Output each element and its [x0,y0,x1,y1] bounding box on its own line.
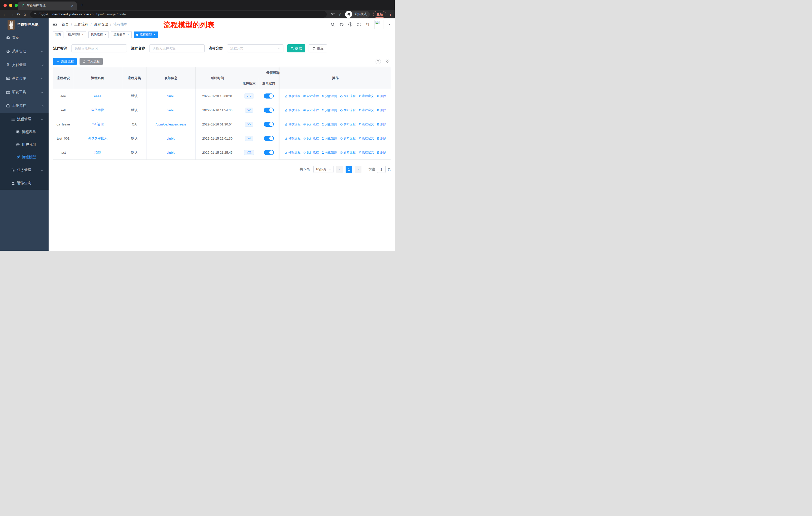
sidebar-item-payment[interactable]: ¥ 支付管理 [0,58,49,72]
process-name-link[interactable]: 测试多审批人 [88,136,108,141]
avatar-caret-icon[interactable] [388,24,390,25]
process-definition-link[interactable]: 流程定义 [358,151,374,155]
active-toggle[interactable] [264,136,274,141]
assign-rule-link[interactable]: 分配规则 [321,136,337,141]
import-process-button[interactable]: 导入流程 [80,58,103,65]
process-name-link[interactable]: 自己审批 [91,108,104,112]
delete-link[interactable]: 删除 [377,108,386,112]
maximize-window-button[interactable] [14,4,18,7]
process-definition-link[interactable]: 流程定义 [358,94,374,98]
font-size-icon[interactable]: TT [366,22,370,27]
back-icon[interactable]: ← [3,12,7,16]
delete-link[interactable]: 删除 [377,122,386,127]
process-name-link[interactable]: OA 请假 [92,122,104,127]
process-definition-link[interactable]: 流程定义 [358,108,374,112]
sidebar-item-task-management[interactable]: 任务管理 [0,164,49,176]
sidebar-fold-icon[interactable] [53,22,57,27]
design-process-link[interactable]: 设计流程 [303,122,319,127]
tag-home[interactable]: 首页 [53,31,63,38]
tag-process-form[interactable]: 流程表单✕ [111,31,132,38]
close-icon[interactable]: ✕ [104,33,107,36]
sidebar-item-process-model[interactable]: 流程模型 [0,151,49,164]
assign-rule-link[interactable]: 分配规则 [321,108,337,112]
close-icon[interactable]: ✕ [127,33,129,36]
assign-rule-link[interactable]: 分配规则 [321,151,337,155]
publish-process-link[interactable]: 发布流程 [340,151,356,155]
design-process-link[interactable]: 设计流程 [303,151,319,155]
tab-close-icon[interactable]: ✕ [71,4,74,8]
process-name-link[interactable]: 滔博 [94,150,101,155]
sidebar-item-process-form[interactable]: 流程表单 [0,126,49,138]
tag-process-model[interactable]: 流程模型✕ [134,31,158,38]
process-category-select[interactable]: 流程分类 [227,44,283,52]
forward-icon[interactable]: → [10,12,14,16]
design-process-link[interactable]: 设计流程 [303,136,319,141]
publish-process-link[interactable]: 发布流程 [340,122,356,127]
sidebar-item-workflow[interactable]: 工作流程 [0,99,49,113]
sidebar-item-infrastructure[interactable]: 基础设施 [0,72,49,85]
show-search-button[interactable] [376,59,381,64]
sidebar-item-system[interactable]: 系统管理 [0,45,49,58]
sidebar-item-leave-query[interactable]: 请假查询 [0,176,49,190]
publish-process-link[interactable]: 发布流程 [340,94,356,98]
process-definition-link[interactable]: 流程定义 [358,122,374,127]
assign-rule-link[interactable]: 分配规则 [321,94,337,98]
new-tab-button[interactable]: + [81,2,83,8]
browser-menu-icon[interactable] [389,12,392,16]
edit-process-link[interactable]: 修改流程 [285,136,300,141]
bookmark-star-icon[interactable]: ☆ [339,12,342,17]
browser-update-button[interactable]: 更新 [373,11,386,18]
form-info-link[interactable]: biubiu [167,137,175,140]
sidebar-item-home[interactable]: 首页 [0,31,49,45]
close-icon[interactable]: ✕ [153,33,155,36]
breadcrumb-home[interactable]: 首页 [62,22,69,27]
avatar[interactable] [375,20,384,29]
github-icon[interactable] [339,22,344,27]
close-icon[interactable]: ✕ [82,33,84,36]
edit-process-link[interactable]: 修改流程 [285,122,300,127]
edit-process-link[interactable]: 修改流程 [285,94,300,98]
key-icon[interactable] [331,11,335,17]
url-bar[interactable]: 不安全 dashboard.yudao.iocoder.cn /bpm/mana… [30,11,327,18]
sidebar-item-process-management[interactable]: 流程管理 [0,113,49,126]
active-toggle[interactable] [264,150,274,155]
delete-link[interactable]: 删除 [377,136,386,141]
search-icon[interactable] [330,22,335,27]
help-icon[interactable] [348,22,353,27]
active-toggle[interactable] [264,108,274,113]
goto-page-input[interactable] [377,166,386,173]
form-info-link[interactable]: biubiu [167,108,175,112]
breadcrumb-process-management[interactable]: 流程管理 [94,22,108,27]
delete-link[interactable]: 删除 [377,151,386,155]
fullscreen-icon[interactable] [357,22,361,27]
process-key-input[interactable] [71,44,127,52]
publish-process-link[interactable]: 发布流程 [340,136,356,141]
form-info-link[interactable]: biubiu [167,151,175,155]
publish-process-link[interactable]: 发布流程 [340,108,356,112]
edit-process-link[interactable]: 修改流程 [285,108,300,112]
tag-tenant-management[interactable]: 租户管理✕ [66,31,86,38]
prev-page-button[interactable]: ‹ [336,166,343,173]
browser-tab[interactable]: 芋道管理系统 ✕ [18,1,77,10]
tag-my-process[interactable]: 我的流程✕ [88,31,109,38]
close-window-button[interactable] [3,4,7,7]
next-page-button[interactable]: › [355,166,361,173]
reload-icon[interactable]: ⟳ [17,12,20,16]
process-name-link[interactable]: eeee [94,94,102,98]
reset-button[interactable]: 重置 [309,44,327,52]
sidebar-item-devtools[interactable]: 研发工具 [0,85,49,99]
current-page-button[interactable]: 1 [346,166,352,173]
form-info-link[interactable]: /bpm/oa/leave/create [155,123,186,126]
process-name-input[interactable] [149,44,205,52]
active-toggle[interactable] [264,93,274,99]
form-info-link[interactable]: biubiu [167,94,175,98]
minimize-window-button[interactable] [9,4,12,7]
process-definition-link[interactable]: 流程定义 [358,136,374,141]
home-icon[interactable]: ⌂ [24,12,26,16]
page-size-select[interactable]: 10条/页 [313,166,334,173]
sidebar-item-user-group[interactable]: 用户分组 [0,138,49,151]
create-process-button[interactable]: ＋ 新建流程 [53,58,77,65]
breadcrumb-workflow[interactable]: 工作流程 [74,22,88,27]
design-process-link[interactable]: 设计流程 [303,94,319,98]
active-toggle[interactable] [264,122,274,127]
